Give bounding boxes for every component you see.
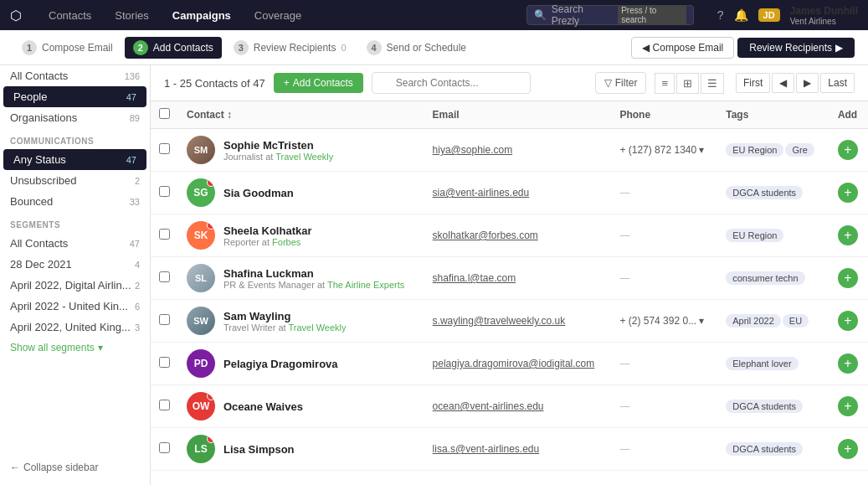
- nav-stories[interactable]: Stories: [111, 9, 152, 22]
- contact-role: Reporter at Forbes: [223, 237, 312, 247]
- filter-button[interactable]: ▽ Filter: [595, 72, 647, 94]
- show-all-segments-button[interactable]: Show all segments ▾: [0, 338, 150, 358]
- contact-role: Travel Writer at Travel Weekly: [223, 322, 347, 333]
- all-contacts-seg-count: 47: [130, 239, 140, 249]
- contact-name: Shafina Luckman: [223, 267, 404, 280]
- sidebar-item-seg-2[interactable]: April 2022 - United Kin... 6: [0, 296, 150, 317]
- tag: EU Region: [726, 229, 783, 242]
- sort-view-button[interactable]: ≡: [655, 73, 675, 94]
- row-checkbox[interactable]: [159, 442, 170, 453]
- row-checkbox-cell: [151, 214, 178, 257]
- add-contact-row-button[interactable]: +: [838, 396, 858, 416]
- add-contact-row-button[interactable]: +: [838, 439, 858, 459]
- step-1[interactable]: 1 Compose Email: [13, 37, 121, 59]
- add-cell: +: [829, 385, 868, 428]
- step-2[interactable]: 2 Add Contacts: [125, 37, 222, 59]
- first-page-button[interactable]: First: [736, 73, 770, 93]
- collapse-sidebar-button[interactable]: ← Collapse sidebar: [0, 457, 150, 478]
- email-cell: ocean@vent-airlines.edu: [424, 385, 612, 428]
- sidebar-item-bounced[interactable]: Bounced 33: [0, 191, 150, 212]
- tags-cell: DGCA students: [717, 172, 829, 214]
- step-1-num: 1: [22, 40, 37, 55]
- contact-info: PDPelagiya Dragomirova: [187, 349, 416, 378]
- row-checkbox-cell: [151, 172, 178, 214]
- company-link[interactable]: Travel Weekly: [288, 322, 346, 333]
- prev-page-button[interactable]: ◀: [772, 73, 794, 93]
- global-search[interactable]: 🔍 Search Prezly Press / to search: [526, 5, 694, 25]
- user-name: James Dunhill: [790, 5, 858, 17]
- top-nav: ⬡ Contacts Stories Campaigns Coverage 🔍 …: [0, 0, 868, 30]
- sidebar-item-all-contacts[interactable]: All Contacts 136: [0, 65, 150, 86]
- contact-cell: PDPelagiya Dragomirova: [178, 343, 424, 385]
- user-info: James Dunhill Vent Airlines: [790, 5, 858, 26]
- next-page-button[interactable]: ▶: [796, 73, 819, 93]
- help-icon[interactable]: ?: [717, 8, 724, 22]
- nav-contacts[interactable]: Contacts: [45, 9, 95, 22]
- email-link[interactable]: pelagiya.dragomirova@iodigital.com: [433, 358, 595, 369]
- row-checkbox[interactable]: [159, 271, 170, 282]
- step-bar: 1 Compose Email 2 Add Contacts 3 Review …: [0, 30, 868, 65]
- company-link[interactable]: The Airline Experts: [327, 280, 404, 290]
- contact-name: Sophie McTristen: [223, 139, 333, 152]
- step-4[interactable]: 4 Send or Schedule: [358, 37, 475, 59]
- sidebar-item-unsubscribed[interactable]: Unsubscribed 2: [0, 170, 150, 191]
- sidebar-item-seg-1[interactable]: April 2022, Digital Airlin... 2: [0, 275, 150, 296]
- row-checkbox[interactable]: [159, 143, 170, 154]
- filter-label: Filter: [615, 77, 638, 89]
- email-link[interactable]: sia@vent-airlines.edu: [433, 187, 530, 199]
- sidebar-item-people[interactable]: People 47: [3, 86, 146, 107]
- last-page-button[interactable]: Last: [820, 73, 855, 93]
- compose-email-button[interactable]: ◀ Compose Email: [631, 37, 735, 59]
- list-view-button[interactable]: ☰: [701, 73, 724, 94]
- email-link[interactable]: hiya@sophie.com: [433, 144, 513, 156]
- phone-number: + (2) 574 392 0... ▾: [619, 315, 704, 327]
- select-all-checkbox[interactable]: [159, 108, 170, 119]
- row-checkbox[interactable]: [159, 186, 170, 197]
- bell-icon[interactable]: 🔔: [734, 8, 748, 22]
- contact-name: Pelagiya Dragomirova: [223, 358, 338, 370]
- add-contact-row-button[interactable]: +: [838, 225, 858, 245]
- add-contact-row-button[interactable]: +: [838, 311, 858, 331]
- organisations-label: Organisations: [10, 111, 77, 124]
- add-contact-row-button[interactable]: +: [838, 268, 858, 288]
- add-cell: +: [829, 343, 868, 385]
- sidebar-item-seg-3[interactable]: April 2022, United King... 3: [0, 317, 150, 338]
- company-link[interactable]: Travel Weekly: [275, 152, 333, 162]
- company-link[interactable]: Forbes: [272, 237, 300, 247]
- review-recipients-button[interactable]: Review Recipients ▶: [737, 38, 855, 58]
- row-checkbox[interactable]: [159, 229, 170, 240]
- row-checkbox[interactable]: [159, 314, 170, 325]
- sidebar: All Contacts 136 People 47 Organisations…: [0, 65, 151, 485]
- user-avatar[interactable]: JD: [758, 8, 780, 22]
- sidebar-item-any-status[interactable]: Any Status 47: [3, 149, 146, 170]
- email-cell: s.wayling@travelweekly.co.uk: [424, 300, 612, 343]
- email-link[interactable]: s.wayling@travelweekly.co.uk: [433, 315, 566, 327]
- contact-cell: SGSia Goodman: [178, 172, 424, 214]
- seg-3-label: April 2022, United King...: [10, 321, 131, 333]
- table-row: SKSheela KolhatkarReporter at Forbesskol…: [151, 214, 868, 257]
- sidebar-item-seg-0[interactable]: 28 Dec 2021 4: [0, 254, 150, 275]
- add-contact-row-button[interactable]: +: [838, 183, 858, 203]
- email-link[interactable]: lisa.s@vent-airlines.edu: [433, 443, 540, 455]
- step-3[interactable]: 3 Review Recipients 0: [225, 37, 355, 59]
- add-contact-row-button[interactable]: +: [838, 353, 858, 374]
- grid-view-button[interactable]: ⊞: [676, 73, 699, 94]
- search-contacts-input[interactable]: [372, 72, 531, 94]
- add-contacts-button[interactable]: + Add Contacts: [274, 73, 363, 93]
- sidebar-item-organisations[interactable]: Organisations 89: [0, 107, 150, 128]
- show-all-segments-label: Show all segments: [10, 342, 95, 353]
- nav-campaigns[interactable]: Campaigns: [169, 9, 234, 22]
- seg-0-count: 4: [135, 260, 140, 270]
- sidebar-item-all-contacts-seg[interactable]: All Contacts 47: [0, 233, 150, 254]
- table-row: SGSia Goodmansia@vent-airlines.edu—DGCA …: [151, 172, 868, 214]
- table-header-row: Contact ↕ Email Phone Tags Add: [151, 101, 868, 129]
- email-link[interactable]: skolhatkar@forbes.com: [433, 230, 538, 241]
- row-checkbox[interactable]: [159, 400, 170, 410]
- row-checkbox-cell: [151, 129, 178, 172]
- nav-coverage[interactable]: Coverage: [251, 9, 305, 22]
- row-checkbox[interactable]: [159, 357, 170, 368]
- email-link[interactable]: ocean@vent-airlines.edu: [433, 400, 544, 412]
- email-link[interactable]: shafina.l@tae.com: [433, 272, 516, 284]
- add-contact-row-button[interactable]: +: [838, 140, 858, 160]
- collapse-label: Collapse sidebar: [23, 462, 98, 473]
